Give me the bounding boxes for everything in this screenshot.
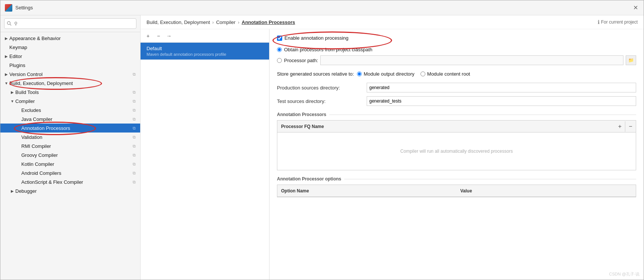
sidebar-item-version-control[interactable]: ▶ Version Control ⧉ (0, 70, 140, 79)
processor-path-label: Processor path: (284, 58, 318, 63)
production-sources-label: Production sources directory: (277, 85, 367, 91)
expand-arrow-android (15, 170, 21, 176)
sidebar-item-label-validation: Validation (21, 134, 131, 140)
processor-path-input[interactable] (320, 55, 623, 65)
sidebar-item-label-rmi: RMI Compiler (21, 143, 131, 149)
sidebar-item-label-keymap: Keymap (9, 45, 137, 50)
production-sources-input[interactable] (367, 83, 636, 92)
annotation-processors-section-label: Annotation Processors (277, 112, 326, 117)
processors-table-body: Compiler will run all automatically disc… (277, 133, 636, 170)
settings-panel: Enable annotation processing Obtain proc… (269, 29, 644, 280)
module-content-option[interactable]: Module content root (420, 71, 470, 77)
add-profile-button[interactable]: + (144, 31, 152, 40)
expand-arrow-groovy (15, 152, 21, 158)
sidebar-item-actionscript[interactable]: ActionScript & Flex Compiler ⧉ (0, 177, 140, 186)
enable-annotation-text: Enable annotation processing (284, 35, 348, 41)
sidebar-tree: ▶ Appearance & Behavior Keymap ▶ Editor … (0, 32, 140, 280)
processor-fq-name-header: Processor FQ Name (277, 124, 615, 129)
title-bar: Settings ✕ (0, 0, 644, 15)
sidebar-item-label-compiler: Compiler (15, 98, 131, 104)
expand-arrow-keymap (3, 44, 9, 50)
sidebar-item-kotlin-compiler[interactable]: Kotlin Compiler ⧉ (0, 159, 140, 168)
settings-window: Settings ✕ ▶ Appearance & Behavior Keyma… (0, 0, 644, 280)
window-title: Settings (15, 5, 33, 10)
sidebar-item-validation[interactable]: Validation ⧉ (0, 133, 140, 141)
panel-body: + − → Default Maven default annotation p… (141, 29, 644, 280)
sidebar-item-label-java: Java Compiler (21, 116, 131, 122)
sidebar-item-label-build: Build, Execution, Deployment (9, 80, 137, 86)
copy-icon-build-tools: ⧉ (131, 89, 137, 95)
module-output-option[interactable]: Module output directory (357, 71, 415, 77)
sidebar-item-groovy-compiler[interactable]: Groovy Compiler ⧉ (0, 150, 140, 159)
test-sources-label: Test sources directory: (277, 98, 367, 104)
module-output-label: Module output directory (364, 71, 415, 77)
search-input[interactable] (4, 18, 136, 29)
close-button[interactable]: ✕ (633, 5, 639, 11)
sidebar-item-label-excludes: Excludes (21, 107, 131, 113)
expand-arrow-validation (15, 134, 21, 140)
test-sources-row: Test sources directory: (277, 96, 636, 106)
copy-profile-button[interactable]: → (164, 31, 173, 40)
sidebar-item-build-exec[interactable]: ▼ Build, Execution, Deployment (0, 79, 140, 88)
sidebar: ▶ Appearance & Behavior Keymap ▶ Editor … (0, 15, 141, 280)
sidebar-item-appearance[interactable]: ▶ Appearance & Behavior (0, 34, 140, 43)
profile-desc-default: Maven default annotation processors prof… (147, 52, 263, 57)
sidebar-item-debugger[interactable]: ▶ Debugger (0, 186, 140, 195)
for-current-project: ℹ For current project (598, 19, 638, 25)
sidebar-item-rmi-compiler[interactable]: RMI Compiler ⧉ (0, 141, 140, 150)
search-bar (0, 15, 140, 32)
copy-icon-vc: ⧉ (131, 71, 137, 77)
obtain-classpath-row: Obtain processors from project classpath (277, 47, 636, 52)
profile-toolbar: + − → (141, 29, 269, 43)
profile-name-default: Default (147, 46, 263, 51)
expand-arrow-java (15, 116, 21, 122)
enable-annotation-checkbox[interactable] (277, 36, 282, 41)
remove-processor-button[interactable]: − (625, 121, 636, 132)
sidebar-item-compiler[interactable]: ▼ Compiler ⧉ (0, 97, 140, 106)
processors-table: Processor FQ Name + − Compiler will run … (277, 120, 636, 170)
sidebar-item-excludes[interactable]: Excludes ⧉ (0, 106, 140, 115)
title-bar-left: Settings (5, 4, 33, 12)
copy-icon-actionscript: ⧉ (131, 179, 137, 185)
enable-annotation-label[interactable]: Enable annotation processing (277, 35, 348, 41)
sidebar-item-label-annotation: Annotation Processors (21, 125, 131, 131)
sidebar-item-label-build-tools: Build Tools (15, 89, 131, 95)
sidebar-item-label-debugger: Debugger (15, 188, 137, 194)
copy-icon-android: ⧉ (131, 170, 137, 176)
expand-arrow-appearance: ▶ (3, 35, 9, 41)
processor-path-browse-button[interactable]: 📁 (626, 55, 636, 65)
production-sources-row: Production sources directory: (277, 83, 636, 92)
copy-icon-excludes: ⧉ (131, 107, 137, 113)
expand-arrow-kotlin (15, 161, 21, 167)
test-sources-input[interactable] (367, 96, 636, 106)
remove-profile-button[interactable]: − (154, 31, 163, 40)
copy-icon-validation: ⧉ (131, 134, 137, 140)
sidebar-item-android-compilers[interactable]: Android Compilers ⧉ (0, 168, 140, 177)
sidebar-item-plugins[interactable]: Plugins (0, 61, 140, 70)
processor-path-radio[interactable] (277, 58, 282, 63)
sidebar-item-java-compiler[interactable]: Java Compiler ⧉ (0, 115, 140, 124)
profile-list-panel: + − → Default Maven default annotation p… (141, 29, 269, 280)
expand-arrow-plugins (3, 62, 9, 68)
sidebar-item-label-vc: Version Control (9, 71, 131, 77)
breadcrumb-part1: Build, Execution, Deployment (147, 19, 210, 25)
sidebar-item-annotation-processors[interactable]: Annotation Processors ⧉ (0, 124, 140, 133)
obtain-classpath-radio[interactable] (277, 47, 282, 52)
expand-arrow-excludes (15, 107, 21, 113)
module-content-label: Module content root (427, 71, 470, 77)
sidebar-item-build-tools[interactable]: ▶ Build Tools ⧉ (0, 88, 140, 97)
module-content-radio[interactable] (420, 71, 425, 76)
empty-table-message: Compiler will run all automatically disc… (400, 149, 513, 154)
expand-arrow-actionscript (15, 179, 21, 185)
add-processor-button[interactable]: + (615, 121, 625, 132)
sidebar-item-label-groovy: Groovy Compiler (21, 152, 131, 158)
breadcrumb-sep1: › (212, 19, 214, 25)
options-table: Option Name Value (277, 185, 636, 197)
expand-arrow-annotation (15, 125, 21, 131)
sidebar-item-editor[interactable]: ▶ Editor (0, 52, 140, 61)
sidebar-item-keymap[interactable]: Keymap (0, 43, 140, 52)
breadcrumb: Build, Execution, Deployment › Compiler … (147, 19, 295, 25)
copy-icon-groovy: ⧉ (131, 152, 137, 158)
profile-item-default[interactable]: Default Maven default annotation process… (141, 43, 269, 60)
module-output-radio[interactable] (357, 71, 362, 76)
